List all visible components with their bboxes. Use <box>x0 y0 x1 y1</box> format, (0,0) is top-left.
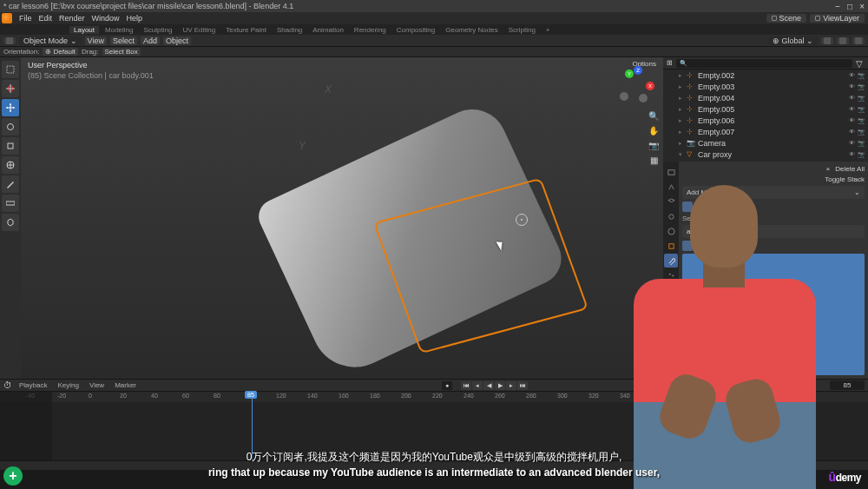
toolbar-object[interactable]: Object <box>163 36 191 45</box>
outliner-row[interactable]: ▸⊹Empty.003👁📷 <box>663 81 868 92</box>
outliner-row[interactable]: ▸⊹Empty.007👁📷 <box>663 126 868 137</box>
cursor-tool[interactable] <box>2 80 19 97</box>
prop-tab-data[interactable] <box>664 313 678 327</box>
close-button[interactable]: × <box>859 2 865 11</box>
move-tool[interactable] <box>2 99 19 116</box>
render-icon[interactable]: 📷 <box>858 106 865 113</box>
prop-tab-render[interactable] <box>664 165 678 179</box>
timeline-editor-icon[interactable]: ⏱ <box>3 380 12 390</box>
axis-neg-ball[interactable] <box>620 92 628 101</box>
scene-selector[interactable]: Scene <box>766 14 807 23</box>
orientation-selector[interactable]: ⊕ Global ⌄ <box>768 36 818 45</box>
menu-edit[interactable]: Edit <box>36 14 56 23</box>
outliner-row[interactable]: ▸⊹Empty.005👁📷 <box>663 103 868 115</box>
pivot-button[interactable] <box>821 37 833 44</box>
add-cube-tool[interactable] <box>2 214 19 231</box>
tab-geonodes[interactable]: Geometry Nodes <box>441 26 502 34</box>
current-frame-input[interactable]: 85 <box>830 380 865 390</box>
tab-shading[interactable]: Shading <box>273 26 306 34</box>
render-icon[interactable]: 📷 <box>858 83 865 90</box>
outliner-row[interactable]: ▸⊹Empty.004👁📷 <box>663 92 868 103</box>
outliner-row[interactable]: ▸📷Camera👁📷 <box>663 137 868 149</box>
render-icon[interactable]: 📷 <box>858 95 865 102</box>
select-box-tool[interactable] <box>2 61 19 78</box>
keyframe-prev-icon[interactable]: ◂ <box>472 381 483 390</box>
timeline-view[interactable]: View <box>86 381 108 389</box>
prop-tab-material[interactable] <box>664 327 678 341</box>
toolbar-add[interactable]: Add <box>141 36 160 45</box>
prop-tab-particles[interactable] <box>664 268 678 282</box>
play-reverse-icon[interactable]: ◀ <box>483 381 494 390</box>
prop-tab-scene[interactable] <box>664 209 678 223</box>
render-icon[interactable]: 📷 <box>858 72 865 79</box>
mod-toggle-render[interactable] <box>694 202 705 212</box>
toggle-stack-button[interactable]: Toggle Stack <box>825 175 865 183</box>
zoom-icon[interactable]: 🔍 <box>648 109 660 122</box>
prop-tab-physics[interactable] <box>664 283 678 297</box>
outliner-search[interactable]: 🔍 <box>676 59 852 68</box>
apply-button[interactable] <box>682 254 865 375</box>
snap-button[interactable] <box>837 37 849 44</box>
prop-tab-output[interactable] <box>664 180 678 194</box>
drag-value[interactable]: Select Box <box>102 48 141 56</box>
render-icon[interactable]: 📷 <box>858 151 865 158</box>
mod-toggle-render-2[interactable] <box>694 241 705 251</box>
tab-layout[interactable]: Layout <box>69 26 99 34</box>
timeline-playback[interactable]: Playback <box>16 381 50 389</box>
transform-tool[interactable] <box>2 156 19 174</box>
prop-tab-world[interactable] <box>664 224 678 238</box>
tab-modeling[interactable]: Modeling <box>101 26 137 34</box>
plus-badge-icon[interactable]: + <box>3 466 23 486</box>
keyframe-next-icon[interactable]: ▸ <box>506 381 516 390</box>
autokey-icon[interactable]: ● <box>442 381 452 390</box>
viewlayer-selector[interactable]: ViewLayer <box>810 14 865 23</box>
timeline-marker[interactable]: Marker <box>111 381 140 389</box>
playhead[interactable]: 85 <box>252 392 253 460</box>
minimize-button[interactable]: − <box>835 2 840 11</box>
maximize-button[interactable]: □ <box>847 2 852 11</box>
toolbar-select[interactable]: Select <box>110 36 137 45</box>
add-modifier-button[interactable]: Add Modifier⌄ <box>682 186 865 199</box>
tab-texpaint[interactable]: Texture Paint <box>221 26 271 34</box>
prop-tab-viewlayer[interactable] <box>664 195 678 208</box>
eye-icon[interactable]: 👁 <box>849 129 856 135</box>
outliner-editor-icon[interactable]: ⊞ <box>667 59 673 67</box>
orientation-value[interactable]: ⊕ Default <box>43 48 78 56</box>
prop-tab-object[interactable] <box>664 239 678 253</box>
mode-selector[interactable]: Object Mode ⌄ <box>19 36 82 45</box>
menu-window[interactable]: Window <box>89 14 123 23</box>
mod-toggle-edit[interactable] <box>707 202 717 212</box>
eye-icon[interactable]: 👁 <box>849 140 856 147</box>
tab-add[interactable]: + <box>542 26 555 34</box>
dopesheet[interactable]: -40-200204060801001201401601802002202402… <box>0 391 868 460</box>
render-icon[interactable]: 📷 <box>858 117 865 124</box>
timeline-keying[interactable]: Keying <box>54 381 82 389</box>
axis-z-ball[interactable]: Z <box>634 66 642 75</box>
menu-file[interactable]: File <box>16 14 36 23</box>
eye-icon[interactable]: 👁 <box>849 117 856 124</box>
jump-start-icon[interactable]: ⏮ <box>461 381 471 390</box>
viewport-3d[interactable]: User Perspective (85) Scene Collection |… <box>21 57 663 379</box>
menu-help[interactable]: Help <box>123 14 147 23</box>
tab-scripting[interactable]: Scripting <box>504 26 540 34</box>
eye-icon[interactable]: 👁 <box>849 95 856 102</box>
rotate-tool[interactable] <box>2 118 19 135</box>
jump-end-icon[interactable]: ⏭ <box>517 381 528 390</box>
close-panel-icon[interactable]: × <box>826 165 831 173</box>
outliner-tree[interactable]: ▸⊹Empty.002👁📷 ▸⊹Empty.003👁📷 ▸⊹Empty.004👁… <box>663 69 868 162</box>
filter-icon[interactable]: ▽ <box>856 59 865 68</box>
mod-close-icon[interactable] <box>707 241 717 251</box>
eye-icon[interactable]: 👁 <box>849 151 856 158</box>
instances-real-row[interactable]: ances Real <box>682 225 865 238</box>
play-icon[interactable]: ▶ <box>495 381 505 390</box>
editor-type-button[interactable] <box>3 37 16 44</box>
timeline-ruler[interactable]: -40-200204060801001201401601802002202402… <box>0 392 868 402</box>
prop-tab-constraints[interactable] <box>664 298 678 312</box>
navigation-gizmo[interactable]: Z Y X <box>615 64 656 106</box>
eye-icon[interactable]: 👁 <box>849 106 856 113</box>
eye-icon[interactable]: 👁 <box>849 72 856 79</box>
eye-icon[interactable]: 👁 <box>849 83 856 90</box>
tab-uv[interactable]: UV Editing <box>178 26 220 34</box>
render-icon[interactable]: 📷 <box>858 140 865 147</box>
outliner-row[interactable]: ▸⊹Empty.006👁📷 <box>663 115 868 126</box>
